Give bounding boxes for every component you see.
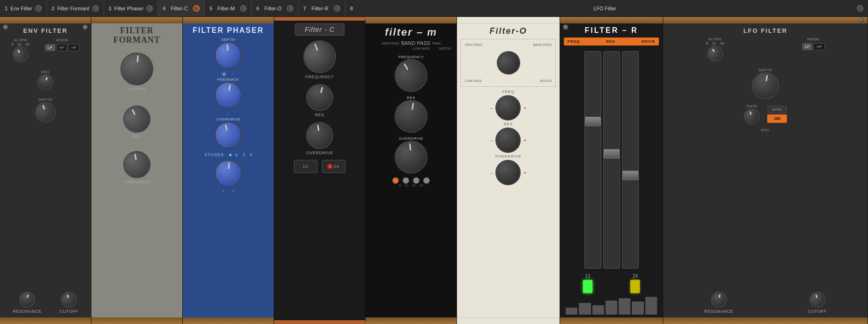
wood-top-2 — [91, 17, 182, 23]
module-filter-m: filter – m HIGH PASS BAND PASS PEAK LOW … — [366, 17, 457, 324]
filter-m-freq-knob[interactable] — [389, 53, 434, 98]
res-knob-formant[interactable] — [119, 101, 155, 137]
filter-c-overdrive-knob[interactable] — [304, 120, 335, 151]
res-label-formant: RES — [132, 134, 142, 139]
resonance-knob[interactable] — [18, 290, 36, 309]
slot-6[interactable]: 6 Filter-O ⏻ — [252, 0, 299, 16]
fo-freq-label: FREQ — [502, 90, 514, 94]
slot-6-power[interactable]: ⏻ — [287, 5, 293, 12]
module-filter-c: Filter - C FREQUENCY RES OVERDRIVE 12 24 — [274, 17, 366, 324]
wood-bottom-2 — [91, 317, 182, 324]
wood-top-7 — [560, 17, 663, 23]
stage-val-3: 3 — [250, 152, 252, 157]
fr-led-12[interactable] — [583, 280, 592, 293]
filter-m-overdrive-knob[interactable] — [393, 139, 429, 175]
slot-8[interactable]: 8 LFO Filter ⏻ — [345, 0, 868, 16]
phaser-overdrive-knob[interactable] — [211, 118, 245, 151]
fo-overdrive-label: OVERDRIVE — [495, 154, 521, 158]
env-filter-title: ENV FILTER — [4, 27, 87, 34]
fr-res-label: RES — [606, 39, 615, 44]
slot-1[interactable]: 1 Env Filter ⏻ — [0, 0, 47, 16]
fr-slider-2[interactable] — [603, 51, 620, 269]
slot-5-num: 5 — [210, 6, 212, 11]
lfo-slope-knob[interactable] — [704, 43, 726, 64]
slot-3-name: Filter Phaser — [114, 6, 143, 11]
fr-thumb-2[interactable] — [604, 149, 620, 158]
filter-c-freq-knob[interactable] — [299, 36, 341, 78]
lfo-sync-btn[interactable]: SYNC — [768, 106, 786, 113]
overdrive-knob-formant[interactable] — [121, 149, 152, 180]
lfo-mode-btn-hp[interactable]: HP — [814, 43, 824, 50]
fr-led-24[interactable] — [630, 280, 640, 293]
peak-label: PEAK — [432, 42, 451, 45]
lfo-mode-buttons: LP HP — [802, 43, 825, 50]
slot-2[interactable]: 2 Filter Formant ⏻ — [47, 0, 104, 16]
mode-label: MODE — [56, 38, 68, 42]
fm-ind-3 — [413, 177, 419, 184]
fm-freq-labels: 6121824 — [399, 184, 423, 187]
lfo-mode-btn-lp[interactable]: LP — [802, 43, 813, 50]
slot-8-power[interactable]: ⏻ — [857, 5, 863, 12]
fm-ind-2 — [403, 177, 409, 184]
phaser-depth-knob[interactable] — [214, 41, 243, 70]
filter-c-res-knob[interactable] — [303, 81, 336, 114]
fr-freq-label: FREQ — [568, 39, 580, 44]
slot-4[interactable]: 4 Filter-C ⏻ — [158, 0, 205, 16]
fr-bar-6 — [632, 301, 644, 315]
phaser-overdrive-label: OVERDRIVE — [216, 117, 240, 121]
filter-c-btn-24[interactable]: 24 — [322, 160, 345, 173]
lfo-resonance-knob[interactable] — [710, 290, 728, 309]
slot-7[interactable]: 7 Filter-R ⏻ — [299, 0, 345, 16]
stages-label: STAGES — [204, 152, 224, 157]
phaser-led-3 — [227, 113, 230, 115]
slot-3[interactable]: 3 Filter Phaser ⏻ — [104, 0, 158, 16]
module-env-filter: ENV FILTER SLOPE 61224 MODE LP BP — [0, 17, 91, 324]
fo-res-knob[interactable] — [495, 128, 521, 153]
fr-thumb-1[interactable] — [585, 117, 601, 126]
phaser-feedback-knob[interactable] — [212, 79, 244, 111]
stage-dot-3[interactable] — [235, 153, 238, 157]
filter-c-btn-12-label: 12 — [303, 164, 308, 169]
slot-7-power[interactable]: ⏻ — [334, 5, 340, 12]
slot-2-name: Filter Formant — [57, 6, 89, 11]
screw-tl-7 — [563, 24, 569, 30]
mode-btn-hp[interactable]: HP — [68, 44, 79, 51]
fo-freq-knob2[interactable] — [495, 95, 521, 121]
cutoff-knob[interactable] — [59, 290, 79, 309]
resonance-label: RESONANCE — [13, 309, 42, 314]
env-knob[interactable] — [35, 72, 56, 92]
formant-title: FILTER FORMANT — [113, 26, 160, 45]
slot-4-power[interactable]: ⏻ — [193, 5, 200, 12]
mode-btn-lp[interactable]: LP — [45, 44, 55, 51]
morph-knob[interactable] — [119, 51, 155, 87]
slot-1-power[interactable]: ⏻ — [35, 5, 42, 12]
slot-5[interactable]: 5 Filter-M ⏻ — [205, 0, 252, 16]
top-strip-6 — [457, 17, 560, 23]
slot-2-power[interactable]: ⏻ — [92, 5, 99, 12]
slot-5-power[interactable]: ⏻ — [240, 5, 247, 12]
fr-slider-3[interactable] — [622, 51, 639, 269]
fr-thumb-3[interactable] — [622, 171, 638, 180]
top-bar: 1 Env Filter ⏻ 2 Filter Formant ⏻ 3 Filt… — [0, 0, 868, 17]
lfo-cutoff-knob[interactable] — [808, 290, 827, 309]
fr-bar-5 — [619, 298, 630, 315]
phaser-led-2 — [231, 73, 234, 75]
lfo-on-btn[interactable]: ON — [767, 114, 787, 123]
slot-3-power[interactable]: ⏻ — [146, 5, 153, 12]
lfo-depth-knob[interactable] — [749, 70, 781, 101]
filter-m-res-knob[interactable] — [392, 97, 430, 135]
filter-c-btn-12[interactable]: 12 — [294, 160, 317, 173]
fr-slider-1[interactable] — [584, 51, 601, 269]
stage-dot-2[interactable] — [229, 153, 232, 157]
lfo-slope-label: SLOPE — [708, 37, 722, 41]
screw-tl-1 — [3, 24, 8, 30]
fo-band-pass-label: BAND PASS — [533, 43, 552, 46]
lfo-rate-knob[interactable] — [741, 106, 762, 127]
slope-knob[interactable] — [9, 44, 31, 65]
fo-freq-knob[interactable] — [493, 48, 523, 78]
fo-overdrive-knob[interactable] — [495, 160, 521, 185]
depth-knob[interactable] — [32, 99, 59, 125]
band-pass-label: BAND PASS — [399, 40, 432, 46]
phaser-stages-knob[interactable] — [214, 159, 243, 188]
mode-btn-bp[interactable]: BP — [57, 44, 67, 51]
